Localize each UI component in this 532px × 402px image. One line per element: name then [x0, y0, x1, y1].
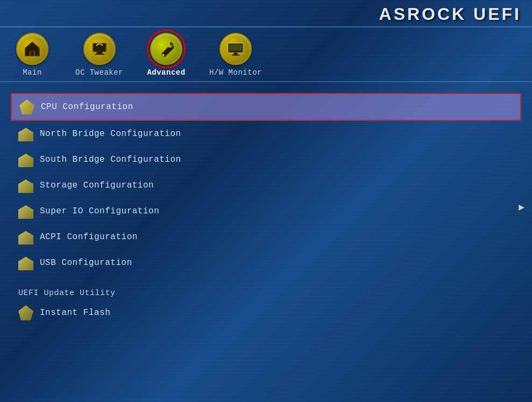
menu-item-instant-flash[interactable]: Instant Flash: [11, 300, 521, 326]
menu-label-storage: Storage Configuration: [40, 181, 154, 190]
menu-arrow-acpi: [18, 229, 33, 245]
wrench-icon: [157, 39, 176, 59]
menu-arrow-superio: [18, 204, 33, 219]
nav-item-advanced[interactable]: Advanced: [145, 33, 188, 77]
section-label-utility: UEFI Update Utility: [11, 284, 521, 300]
menu-item-acpi[interactable]: ACPI Configuration: [11, 224, 521, 250]
menu-arrow-cpu: [19, 99, 34, 114]
menu-label-superio: Super IO Configuration: [40, 206, 159, 216]
nav-label-hw-monitor: H/W Monitor: [209, 68, 262, 77]
nav-icon-advanced: [150, 33, 182, 65]
display-icon: [226, 39, 245, 59]
menu-arrow-storage: [18, 178, 33, 193]
nav-item-oc-tweaker[interactable]: OC Tweaker: [75, 33, 123, 77]
menu-arrow-usb: [18, 255, 33, 270]
svg-rect-3: [96, 52, 102, 54]
menu-section: CPU Configuration North Bridge Configura…: [11, 93, 521, 276]
menu-arrow-north: [18, 126, 33, 141]
menu-label-south: South Bridge Configuration: [40, 155, 181, 164]
menu-label-instant-flash: Instant Flash: [40, 308, 110, 318]
menu-label-north: North Bridge Configuration: [40, 129, 181, 139]
app-title: ASROCK UEFI: [379, 4, 521, 24]
menu-arrow-south: [18, 152, 33, 167]
menu-item-super-io[interactable]: Super IO Configuration: [11, 198, 521, 224]
page: ASROCK UEFI Main: [0, 0, 532, 402]
menu-label-cpu: CPU Configuration: [41, 102, 133, 112]
nav-label-oc-tweaker: OC Tweaker: [75, 68, 123, 77]
home-icon: [23, 39, 42, 59]
svg-rect-9: [229, 44, 242, 51]
menu-item-cpu-config[interactable]: CPU Configuration: [11, 93, 521, 121]
nav-label-main: Main: [23, 68, 42, 77]
nav-icon-main: [16, 33, 48, 65]
svg-rect-8: [232, 55, 239, 56]
nav-item-hw-monitor[interactable]: H/W Monitor: [209, 33, 262, 77]
nav-icon-oc-tweaker: [83, 33, 116, 65]
nav-item-main[interactable]: Main: [11, 33, 54, 77]
nav-bar: Main OC Tweaker: [0, 27, 532, 82]
utility-section: UEFI Update Utility Instant Flash: [11, 284, 521, 326]
svg-rect-7: [233, 53, 237, 55]
menu-label-usb: USB Configuration: [40, 258, 132, 268]
svg-rect-1: [30, 52, 34, 56]
content: CPU Configuration North Bridge Configura…: [0, 82, 532, 336]
nav-label-advanced: Advanced: [147, 68, 185, 77]
menu-item-usb[interactable]: USB Configuration: [11, 250, 521, 276]
svg-point-5: [162, 54, 165, 56]
header: ASROCK UEFI: [0, 0, 532, 27]
menu-item-storage[interactable]: Storage Configuration: [11, 173, 521, 198]
menu-arrow-instant-flash: [18, 305, 33, 320]
menu-item-north-bridge[interactable]: North Bridge Configuration: [11, 121, 521, 147]
nav-icon-hw-monitor: [219, 33, 252, 65]
menu-label-acpi: ACPI Configuration: [40, 232, 138, 242]
svg-rect-4: [95, 54, 104, 55]
menu-item-south-bridge[interactable]: South Bridge Configuration: [11, 147, 521, 173]
oc-tweaker-icon: [90, 39, 109, 59]
